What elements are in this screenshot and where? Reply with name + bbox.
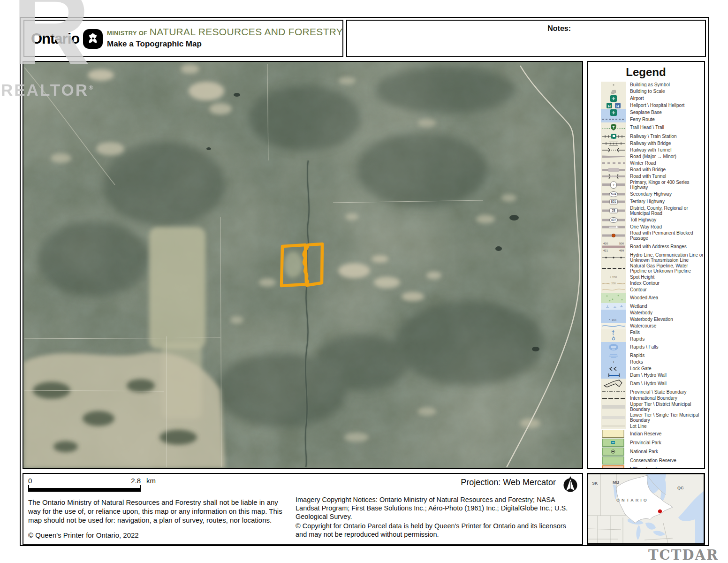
contour-icon [601,287,626,293]
one-way-icon [601,224,626,230]
legend-item: Dam \ Hydro Wall [601,379,704,389]
legend-item: International Boundary [601,395,704,402]
legend-item: Road with Bridge [601,167,704,173]
svg-text:801: 801 [611,200,616,203]
hwy-toll-icon: 407 [601,216,626,224]
falls-icon [601,329,626,336]
projection-label: Projection: Web Mercator [296,478,556,487]
location-marker [658,510,662,513]
legend-item: Wetland [601,303,704,310]
address-road-icon: 420500421499 [601,241,626,252]
notes-label: Notes: [547,24,571,33]
dam-poly-icon [601,379,626,389]
prov-boundary-icon [601,389,626,396]
legend-item-label: Watercourse [626,323,656,329]
legend-item-label: Spot Height [626,274,654,280]
legend-item-label: Secondary Highway [626,191,672,197]
legend-item-label: Provincial \ State Boundary [626,389,687,395]
blocked-road-icon [601,230,626,241]
svg-text:500: 500 [619,242,624,245]
legend-item-label: Winter Road [626,160,656,166]
legend-item-label: Seaplane Base [626,110,662,115]
svg-text:✈: ✈ [612,96,615,101]
wooded-icon [601,293,626,303]
legend-item-label: Lot Line [626,424,647,429]
scale-end: 2.8 [131,477,141,485]
legend-item-label: Lock Gate [626,366,652,372]
rapids-falls-icon [601,342,626,352]
legend-panel: Legend Building as SymbolBuilding to Sca… [587,61,705,469]
legend-item-label: Railway with Tunnel [626,147,671,153]
inset-map-graphic [588,474,704,543]
svg-text:407: 407 [611,218,616,221]
topographic-map[interactable] [23,61,583,469]
legend-item-label: Falls [626,330,640,335]
upper-tier-icon [601,402,626,412]
ferry-icon [601,116,626,123]
satellite-imagery [23,62,582,468]
legend-item: Waterbody [601,310,704,316]
legend-item-label: National Park [626,449,658,455]
ontario-wordmark: Ontario [31,30,79,47]
legend-item-label: Natural Gas Pipeline, Water Pipeline or … [626,263,704,274]
legend-item: ✈Seaplane Base [601,109,704,116]
waterbody-icon [601,310,626,316]
legend-item: Lower Tier \ Single Tier Municipal Bound… [601,412,704,423]
rapids-area-icon [601,352,626,359]
ministry-prefix: MINISTRY OF [107,30,147,37]
legend-item-label: Road (Major → Minor) [626,154,676,160]
road-bridge-icon [601,167,626,173]
swatch-military-icon [601,465,626,469]
scale-bar: 0 2.8 km [28,477,141,492]
legend-item: Railway with Bridge [601,140,704,147]
legend-item-label: Road with Bridge [626,167,666,173]
legend-item: Rapids [601,352,704,359]
swatch-provincial-park-icon [601,438,626,447]
rapids-pt-icon [601,336,626,342]
legend-item-label: Road with Tunnel [626,174,666,179]
watercourse-icon [601,323,626,329]
disclaimer-text: The Ontario Ministry of Natural Resource… [28,498,288,525]
header-branding: Ontario MINISTRY OF NATURAL RESOURCES AN… [23,20,343,57]
notes-panel: Notes: [346,20,706,57]
board-brand: TCTDAR [648,547,719,563]
inset-locator-map[interactable]: SKMBONTARIOQC [587,473,705,545]
legend-item-label: Railway \ Train Station [626,134,677,139]
legend-title: Legend [588,66,704,79]
legend-item-label: Lower Tier \ Single Tier Municipal Bound… [626,412,704,423]
legend-item: 208Spot Height [601,274,704,281]
legend-item-label: Tertiary Highway [626,199,665,205]
legend-item-label: Rocks [626,359,643,365]
legend-item-label: Building as Symbol [626,82,670,88]
trail-icon: T [601,122,626,133]
legend-item: Provincial \ State Boundary [601,389,704,396]
legend-item: Winter Road [601,160,704,167]
svg-text:208: 208 [612,276,617,279]
legend-item-label: One Way Road [626,224,662,230]
building-scale-icon [601,88,626,95]
ministry-name: NATURAL RESOURCES AND FORESTRY [150,26,343,37]
legend-item-label: Dam \ Hydro Wall [626,381,667,387]
legend-item: Hydro Line, Communication Line or Unknow… [601,252,704,263]
legend-item: 164Waterbody Elevation [601,316,704,323]
legend-item-label: Road with Permanent Blocked Passage [626,230,704,241]
legend-item: Rapids [601,336,704,342]
legend-item: Upper Tier \ District Municipal Boundary [601,402,704,412]
legend-item-label: Toll Highway [626,217,656,223]
svg-text:+: + [612,360,614,365]
hwy-tertiary-icon: 801 [601,198,626,205]
legend-item: +Rocks [601,359,704,365]
legend-item: ✈Airport [601,95,704,102]
svg-text:420: 420 [603,242,608,245]
intl-boundary-icon [601,395,626,402]
legend-item-label: Heliport \ Hospital Heliport [626,103,684,108]
pipeline-icon [601,263,626,274]
legend-item-label: Indian Reserve [626,431,661,437]
queens-printer-copyright: © Queen's Printer for Ontario, 2022 [28,531,139,539]
legend-item-label: Contour [626,287,647,293]
legend-item: Building to Scale [601,88,704,95]
airport-icon: ✈ [601,95,626,102]
legend-item: Dam \ Hydro Wall [601,372,704,379]
legend-item: 801Tertiary Highway [601,198,704,205]
imagery-copyright-text: Imagery Copyright Notices: Ontario Minis… [296,495,577,521]
